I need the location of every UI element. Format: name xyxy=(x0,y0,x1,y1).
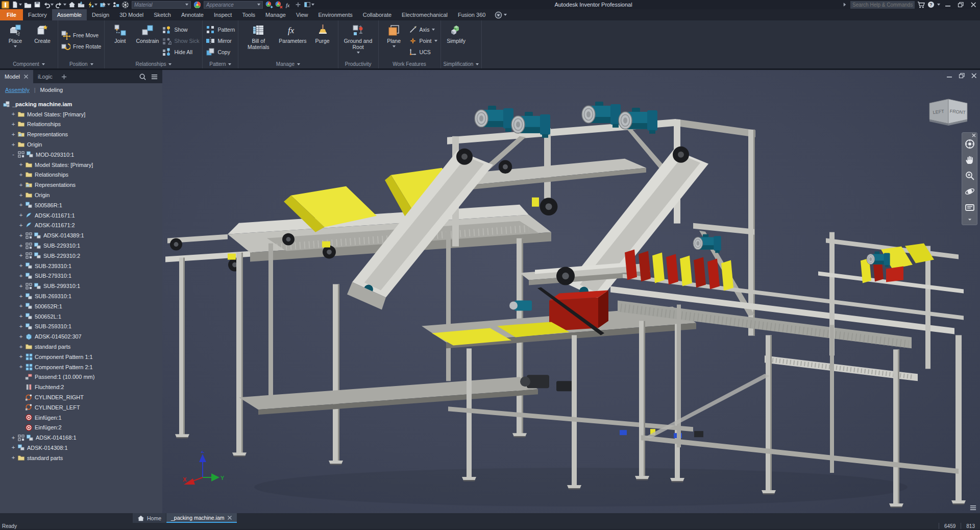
undo-button[interactable] xyxy=(43,1,54,9)
axis-button[interactable]: Axis xyxy=(409,25,437,34)
tree-item[interactable]: +Component Pattern 1:1 xyxy=(0,352,162,362)
ribbon-group-label[interactable]: Relationships xyxy=(107,60,200,68)
tree-item[interactable]: +ADSK-014502:307 xyxy=(0,331,162,342)
tree-item[interactable]: +Origin xyxy=(0,190,162,200)
restore-button[interactable] xyxy=(955,1,966,9)
ribbon-group-label[interactable]: Work Features xyxy=(381,60,438,68)
tree-expander[interactable]: + xyxy=(17,182,24,188)
view-cube[interactable]: LEFT FRONT xyxy=(928,98,969,130)
joint-button[interactable]: Joint xyxy=(107,21,133,60)
ribbon-group-label[interactable]: Simplification xyxy=(444,60,479,68)
tree-expander[interactable]: + xyxy=(17,232,24,239)
panel-tab-ilogic[interactable]: iLogic xyxy=(33,70,57,83)
tree-expander[interactable]: + xyxy=(10,111,17,117)
close-icon[interactable] xyxy=(227,515,232,520)
ribbon-overflow-button[interactable] xyxy=(491,9,511,20)
bill-of-materials-button[interactable]: Bill of Materials xyxy=(241,21,276,60)
tree-item[interactable]: +Relationships xyxy=(0,119,162,130)
minimize-button[interactable] xyxy=(943,1,953,9)
tree-item[interactable]: CYLINDER_LEFT xyxy=(0,402,162,413)
tree-item[interactable]: +Model States: [Primary] xyxy=(0,109,162,119)
ribbon-group-label[interactable]: Component xyxy=(3,60,55,68)
mirror-button[interactable]: Mirror xyxy=(206,36,235,45)
tab-assembly[interactable]: Assembly xyxy=(5,87,30,93)
close-icon[interactable] xyxy=(23,74,29,79)
ribbon-tab-fusion-360[interactable]: Fusion 360 xyxy=(453,9,491,20)
adjust-appearance-button[interactable] xyxy=(265,1,273,9)
ilogic-trigger-button[interactable] xyxy=(87,1,97,9)
tree-item[interactable]: +SUB-299310:1 xyxy=(0,281,162,291)
tree-item[interactable]: +ADSK-011671:1 xyxy=(0,210,162,221)
tree-expander[interactable]: + xyxy=(17,161,24,168)
inventor-logo-button[interactable] xyxy=(2,1,9,9)
tree-expander[interactable]: + xyxy=(17,303,24,309)
tree-expander[interactable]: + xyxy=(17,364,24,370)
panel-tab-model[interactable]: Model xyxy=(0,70,33,83)
tree-expander[interactable]: + xyxy=(17,212,24,219)
nav-pan-icon[interactable] xyxy=(965,155,975,165)
ribbon-group-label[interactable]: Manage xyxy=(241,60,335,68)
tree-item[interactable]: +SUB-229310:2 xyxy=(0,251,162,261)
clear-appearance-button[interactable] xyxy=(275,1,283,9)
ribbon-tab-manage[interactable]: Manage xyxy=(260,9,291,20)
add-panel-tab-button[interactable] xyxy=(57,70,71,83)
point-button[interactable]: Point xyxy=(409,36,437,45)
close-button[interactable] xyxy=(968,1,978,9)
tree-item[interactable]: +SUB-239310:1 xyxy=(0,261,162,271)
simplify-button[interactable]: Simplify xyxy=(444,21,469,60)
add-plus-button[interactable] xyxy=(295,1,302,9)
tree-expander[interactable]: + xyxy=(17,353,24,360)
render-button[interactable] xyxy=(121,1,129,9)
create-button[interactable]: Create xyxy=(30,21,55,60)
copy-button[interactable]: Copy xyxy=(206,47,235,57)
tree-item[interactable]: Fluchtend:2 xyxy=(0,382,162,392)
ucs-button[interactable]: UCS xyxy=(409,47,437,57)
color-wheel-icon[interactable] xyxy=(193,1,201,9)
tree-item[interactable]: +SUB-259310:1 xyxy=(0,322,162,332)
browser-flyout-icon[interactable] xyxy=(969,504,977,512)
navbar-more-icon[interactable] xyxy=(967,218,972,222)
home-button[interactable] xyxy=(68,1,76,9)
tree-expander[interactable]: + xyxy=(17,323,24,330)
constrain-button[interactable]: Constrain xyxy=(134,21,160,60)
ribbon-tab-electromechanical[interactable]: Electromechanical xyxy=(397,9,453,20)
tab-modeling[interactable]: Modeling xyxy=(40,87,63,93)
tree-expander[interactable]: + xyxy=(17,262,24,269)
material-dropdown[interactable]: Material xyxy=(132,1,191,9)
show-sick-button[interactable]: Show Sick xyxy=(162,36,199,45)
tree-item[interactable]: +Relationships xyxy=(0,170,162,180)
navbar-close-icon[interactable] xyxy=(972,133,976,137)
chevron-down-icon[interactable] xyxy=(937,4,940,6)
tree-item[interactable]: +SUB-269310:1 xyxy=(0,291,162,301)
tree-item[interactable]: +standard parts xyxy=(0,342,162,352)
tree-item[interactable]: +SUB-229310:1 xyxy=(0,240,162,251)
help-search-box[interactable] xyxy=(850,1,915,9)
ribbon-tab-inspect[interactable]: Inspect xyxy=(209,9,237,20)
tree-item[interactable]: +500652L:1 xyxy=(0,311,162,322)
doc-tab-home[interactable]: Home xyxy=(133,513,166,523)
tree-expander[interactable]: + xyxy=(17,172,24,178)
tree-expander[interactable]: + xyxy=(17,252,24,259)
tree-item[interactable]: +Representations xyxy=(0,180,162,190)
tree-expander[interactable]: + xyxy=(10,454,17,461)
tree-item[interactable]: -MOD-029310:1 xyxy=(0,150,162,160)
open-folder-button[interactable] xyxy=(24,1,32,9)
purge-button[interactable]: Purge xyxy=(310,21,335,60)
tree-expander[interactable]: + xyxy=(17,313,24,320)
search-icon[interactable] xyxy=(139,73,146,81)
nav-look-icon[interactable] xyxy=(965,202,975,212)
ground-and-root-button[interactable]: Ground and Root xyxy=(341,21,376,60)
ribbon-tab-environments[interactable]: Environments xyxy=(313,9,358,20)
tree-item[interactable]: +SUB-279310:1 xyxy=(0,271,162,281)
ribbon-tab-design[interactable]: Design xyxy=(87,9,114,20)
tree-expander[interactable]: + xyxy=(10,435,17,441)
tree-expander[interactable]: + xyxy=(17,293,24,300)
tree-item[interactable]: +ADSK-014168:1 xyxy=(0,432,162,443)
ribbon-group-label[interactable]: Productivity xyxy=(341,60,376,68)
redo-button[interactable] xyxy=(56,1,66,9)
search-input[interactable] xyxy=(852,2,913,8)
tree-item[interactable]: CYLINDER_RIGHT xyxy=(0,392,162,402)
ribbon-tab-3d-model[interactable]: 3D Model xyxy=(114,9,149,20)
select-component-button[interactable] xyxy=(100,1,110,9)
tree-item[interactable]: +Component Pattern 2:1 xyxy=(0,362,162,372)
